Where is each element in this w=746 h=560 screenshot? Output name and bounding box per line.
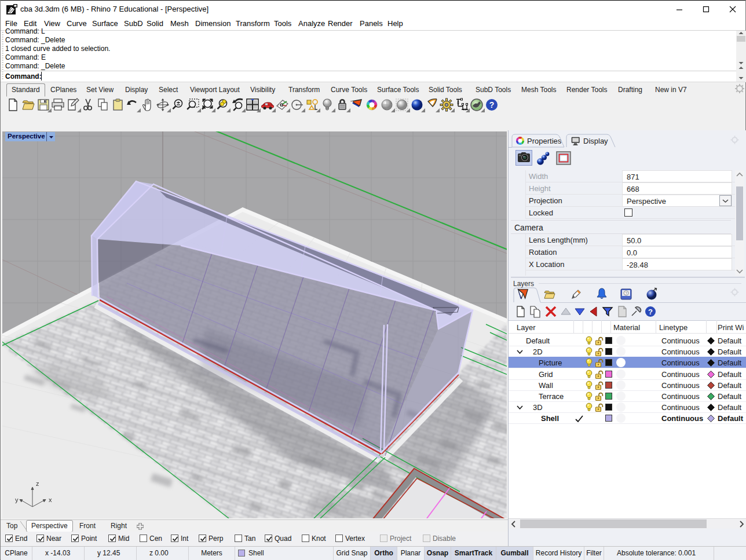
svg-text:z: z	[36, 480, 39, 487]
svg-text:?: ?	[489, 100, 494, 109]
svg-text:y: y	[15, 496, 19, 503]
svg-text:?: ?	[625, 291, 627, 295]
svg-text:x: x	[49, 496, 52, 503]
svg-text:?: ?	[648, 308, 653, 316]
